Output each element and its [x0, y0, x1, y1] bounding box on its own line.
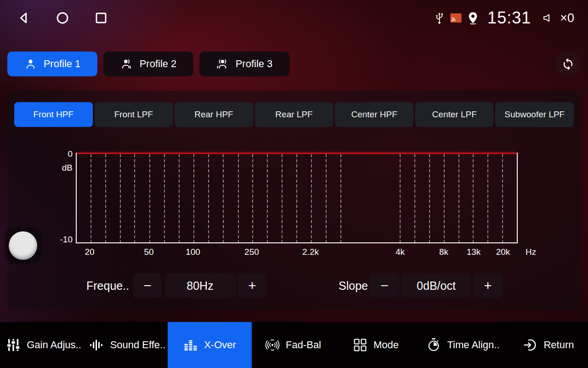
gridline [90, 154, 91, 242]
gridline [149, 154, 150, 242]
gridline [414, 154, 415, 242]
person-icon [24, 58, 37, 70]
tab-label: Center HPF [351, 109, 397, 120]
back-icon[interactable] [17, 11, 31, 25]
nav-item-label: Fad-Bal [286, 339, 321, 351]
profile-tabs: Profile 1Profile 2Profile 3 [7, 52, 295, 76]
home-icon[interactable] [55, 11, 70, 25]
slope-decrease-button[interactable]: − [370, 273, 399, 298]
gridline [340, 154, 341, 242]
x-axis-unit-label: Hz [526, 247, 536, 257]
gridline [105, 154, 106, 242]
nav-item-time-align[interactable]: Time Align.. [417, 322, 509, 368]
slope-label: Slope [339, 273, 368, 298]
gain-icon [6, 338, 21, 352]
gridline [252, 154, 253, 242]
recents-icon[interactable] [94, 11, 108, 25]
x-axis-ticks: 20501002502.2k4k8k13k20k [76, 247, 518, 259]
nav-item-gain-adjus[interactable]: Gain Adjus.. [0, 322, 87, 368]
frequency-value: 80Hz [164, 273, 236, 298]
usb-icon [434, 11, 445, 25]
status-bar: 15:31 ×0 [0, 0, 588, 36]
status-indicators: 15:31 ×0 [434, 8, 574, 28]
nav-item-label: X-Over [204, 339, 236, 351]
x-tick-label: 8k [439, 247, 448, 257]
volume-level: ×0 [560, 11, 574, 25]
return-icon [523, 338, 537, 352]
tab-center-lpf[interactable]: Center LPF [415, 102, 494, 127]
tab-label: Rear HPF [194, 109, 233, 120]
x-tick-label: 100 [186, 247, 200, 257]
nav-item-mode[interactable]: Mode [334, 322, 417, 368]
assist-ball-icon [9, 231, 37, 260]
nav-item-label: Gain Adjus.. [27, 339, 81, 351]
x-tick-label: 20 [85, 247, 94, 257]
gridline [179, 154, 180, 242]
tab-label: Rear LPF [275, 109, 312, 120]
volume-muted-icon [543, 12, 555, 24]
gridline [400, 154, 401, 242]
nav-item-label: Return [543, 339, 574, 351]
crossover-panel: Front HPFFront LPFRear HPFRear LPFCenter… [7, 91, 581, 310]
profile-tab-label: Profile 3 [236, 58, 273, 70]
tab-label: Front HPF [33, 109, 74, 120]
gridline [444, 154, 445, 242]
nav-item-fad-bal[interactable]: Fad-Bal [252, 322, 334, 368]
frequency-response-plot[interactable] [76, 153, 518, 243]
y-axis-min-label: -10 [51, 235, 73, 245]
tab-front-lpf[interactable]: Front LPF [95, 102, 173, 127]
floating-assist-ball[interactable] [5, 227, 41, 264]
xover-icon [183, 338, 198, 352]
profile-tab-3[interactable]: Profile 3 [199, 52, 289, 76]
plus-icon: + [484, 278, 492, 293]
slope-increase-button[interactable]: + [473, 273, 503, 298]
plus-icon: + [248, 278, 256, 293]
gridline [473, 154, 474, 242]
profile-row: Profile 1Profile 2Profile 3 [7, 51, 581, 77]
minus-icon: − [143, 278, 152, 293]
y-axis-max-label: 0 [53, 149, 73, 159]
x-tick-label: 13k [467, 247, 481, 257]
gridline [120, 154, 121, 242]
response-curve [77, 153, 517, 154]
profile-tab-label: Profile 2 [140, 58, 177, 70]
gridline [296, 154, 297, 242]
profile-tab-2[interactable]: Profile 2 [103, 52, 193, 76]
minus-icon: − [380, 278, 389, 293]
tab-label: Front LPF [114, 109, 153, 120]
frequency-increase-button[interactable]: + [237, 273, 267, 298]
frequency-label: Freque.. [86, 273, 129, 298]
gridline [223, 154, 224, 242]
cast-icon [450, 13, 462, 23]
tab-front-hpf[interactable]: Front HPF [14, 102, 93, 127]
gridline [164, 154, 165, 242]
nav-item-return[interactable]: Return [509, 322, 588, 368]
gridline [502, 154, 503, 242]
x-tick-label: 20k [496, 247, 510, 257]
tab-label: Subwoofer LPF [504, 109, 565, 120]
android-nav-icons [17, 11, 108, 25]
sync-icon [561, 58, 575, 71]
tab-label: Center LPF [432, 109, 477, 120]
gridline [238, 154, 239, 242]
tab-rear-lpf[interactable]: Rear LPF [255, 102, 334, 127]
profile-tab-label: Profile 1 [44, 58, 81, 70]
refresh-button[interactable] [555, 51, 581, 77]
nav-item-x-over[interactable]: X-Over [168, 322, 252, 368]
tab-center-hpf[interactable]: Center HPF [335, 102, 413, 127]
tab-subwoofer-lpf[interactable]: Subwoofer LPF [495, 102, 574, 127]
location-icon [467, 12, 479, 25]
gridline [326, 154, 327, 242]
tab-rear-hpf[interactable]: Rear HPF [175, 102, 253, 127]
x-tick-label: 50 [144, 247, 153, 257]
mode-icon [353, 338, 368, 352]
gridline [267, 154, 268, 242]
gridline [193, 154, 194, 242]
nav-item-label: Sound Effe.. [110, 339, 166, 351]
timealign-icon [426, 338, 441, 352]
frequency-decrease-button[interactable]: − [133, 273, 162, 298]
gridline [134, 154, 135, 242]
nav-item-sound-effe[interactable]: Sound Effe.. [87, 322, 168, 368]
person2-icon [120, 58, 133, 70]
profile-tab-1[interactable]: Profile 1 [7, 52, 97, 76]
